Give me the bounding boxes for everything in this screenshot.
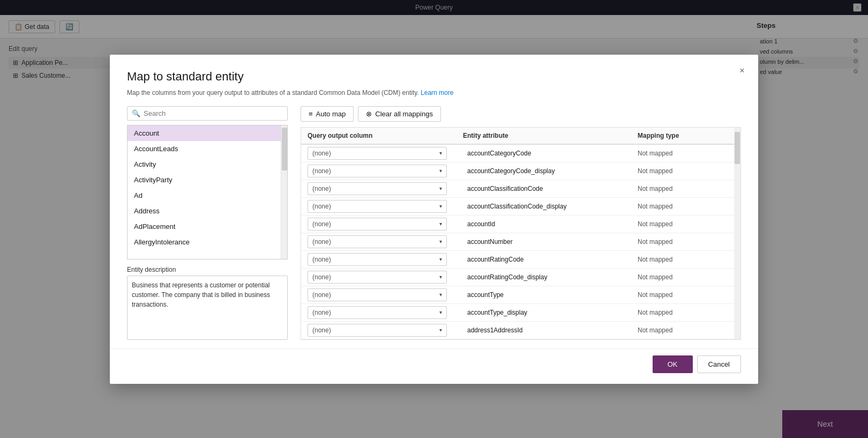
mapping-row-6: (none) ▾ accountRatingCode Not mapped [301,251,740,269]
entity-panel: 🔍 Account AccountLeads Activity Activity… [127,106,288,340]
entity-list-scrollbar-thumb [282,128,287,170]
mapping-type-2: Not mapped [638,185,734,192]
mapping-type-8: Not mapped [638,291,734,299]
mapping-type-4: Not mapped [638,220,734,228]
search-icon: 🔍 [132,109,140,117]
mapping-select-8[interactable]: (none) ▾ [308,288,447,301]
mapping-row-7: (none) ▾ accountRatingCode_display Not m… [301,269,740,286]
chevron-down-icon-10: ▾ [439,327,442,333]
entity-item-account[interactable]: Account [128,125,281,141]
chevron-down-icon-4: ▾ [439,221,442,227]
entity-item-allergyintolerance[interactable]: AllergyIntolerance [128,234,281,250]
mapping-select-5[interactable]: (none) ▾ [308,235,447,248]
entity-attr-8: accountType [463,291,638,299]
mapping-panel: ≡ Auto map ⊗ Clear all mappings Query ou… [301,106,741,340]
modal-overlay: × Map to standard entity Map the columns… [0,0,868,438]
modal-footer: OK Cancel [110,348,758,384]
modal-title: Map to standard entity [127,70,741,84]
entity-description-text: Business that represents a customer or p… [127,276,288,340]
col-header-mapping: Mapping type [638,132,734,139]
entity-attr-9: accountType_display [463,309,638,316]
table-scrollbar[interactable] [734,128,740,339]
entity-attr-6: accountRatingCode [463,256,638,263]
modal-close-button[interactable]: × [735,63,750,78]
entity-attr-0: accountCategoryCode [463,150,638,157]
mapping-row-5: (none) ▾ accountNumber Not mapped [301,233,740,251]
auto-map-button[interactable]: ≡ Auto map [301,106,354,122]
mapping-table-body: (none) ▾ accountCategoryCode Not mapped [301,145,740,339]
clear-icon: ⊗ [366,110,372,118]
mapping-row-4: (none) ▾ accountId Not mapped [301,216,740,233]
mapping-type-6: Not mapped [638,256,734,263]
chevron-down-icon-1: ▾ [439,168,442,174]
mapping-select-7[interactable]: (none) ▾ [308,271,447,284]
entity-attr-2: accountClassificationCode [463,185,638,192]
entity-item-activityparty[interactable]: ActivityParty [128,172,281,188]
entity-item-activity[interactable]: Activity [128,157,281,172]
mapping-select-0[interactable]: (none) ▾ [308,147,447,160]
mapping-type-5: Not mapped [638,238,734,246]
chevron-down-icon-6: ▾ [439,256,442,262]
col-header-entity: Entity attribute [463,132,638,139]
mapping-row-10: (none) ▾ address1AddressId Not mapped [301,322,740,339]
entity-description-label: Entity description [127,266,288,273]
mapping-row-0: (none) ▾ accountCategoryCode Not mapped [301,145,740,162]
modal-body: 🔍 Account AccountLeads Activity Activity… [110,106,758,348]
mapping-row-1: (none) ▾ accountCategoryCode_display Not… [301,162,740,180]
entity-list-container: Account AccountLeads Activity ActivityPa… [127,125,288,259]
entity-item-address[interactable]: Address [128,203,281,219]
clear-all-mappings-button[interactable]: ⊗ Clear all mappings [358,106,441,122]
chevron-down-icon-7: ▾ [439,274,442,280]
modal-dialog: × Map to standard entity Map the columns… [110,55,758,384]
col-header-query: Query output column [308,132,463,139]
mapping-table-header: Query output column Entity attribute Map… [301,128,740,145]
entity-item-adplacement[interactable]: AdPlacement [128,219,281,234]
ok-button[interactable]: OK [653,355,693,373]
mapping-row-3: (none) ▾ accountClassificationCode_displ… [301,198,740,216]
modal-header: Map to standard entity Map the columns f… [110,55,758,106]
mapping-type-0: Not mapped [638,150,734,157]
mapping-type-7: Not mapped [638,273,734,281]
mapping-select-9[interactable]: (none) ▾ [308,306,447,319]
cancel-button[interactable]: Cancel [697,355,741,373]
chevron-down-icon-0: ▾ [439,150,442,156]
table-scrollbar-thumb [735,132,740,164]
mapping-type-1: Not mapped [638,167,734,175]
mapping-type-3: Not mapped [638,203,734,210]
mapping-type-10: Not mapped [638,326,734,334]
mapping-row-8: (none) ▾ accountType Not mapped [301,286,740,304]
mapping-select-2[interactable]: (none) ▾ [308,182,447,195]
mapping-select-1[interactable]: (none) ▾ [308,165,447,177]
search-box[interactable]: 🔍 [127,106,288,121]
mapping-row-2: (none) ▾ accountClassificationCode Not m… [301,180,740,198]
mapping-type-9: Not mapped [638,309,734,316]
chevron-down-icon-2: ▾ [439,185,442,191]
mapping-row-9: (none) ▾ accountType_display Not mapped [301,304,740,322]
chevron-down-icon-9: ▾ [439,309,442,315]
entity-item-accountleads[interactable]: AccountLeads [128,141,281,157]
entity-attr-7: accountRatingCode_display [463,273,638,281]
chevron-down-icon-8: ▾ [439,292,442,298]
entity-list: Account AccountLeads Activity ActivityPa… [128,125,281,259]
mapping-toolbar: ≡ Auto map ⊗ Clear all mappings [301,106,741,122]
chevron-down-icon-5: ▾ [439,239,442,244]
mapping-table-container: Query output column Entity attribute Map… [301,127,741,340]
auto-map-icon: ≡ [309,110,313,118]
entity-description-section: Entity description Business that represe… [127,266,288,340]
search-input[interactable] [144,109,283,117]
entity-item-ad[interactable]: Ad [128,188,281,203]
entity-attr-3: accountClassificationCode_display [463,203,638,210]
mapping-select-3[interactable]: (none) ▾ [308,200,447,213]
mapping-select-10[interactable]: (none) ▾ [308,324,447,337]
entity-attr-10: address1AddressId [463,326,638,334]
entity-attr-4: accountId [463,220,638,228]
entity-attr-1: accountCategoryCode_display [463,167,638,175]
entity-list-scrollbar[interactable] [281,125,287,259]
mapping-select-6[interactable]: (none) ▾ [308,253,447,266]
learn-more-link[interactable]: Learn more [421,89,453,96]
chevron-down-icon-3: ▾ [439,203,442,209]
entity-attr-5: accountNumber [463,238,638,246]
modal-subtitle: Map the columns from your query output t… [127,88,741,98]
mapping-select-4[interactable]: (none) ▾ [308,218,447,231]
